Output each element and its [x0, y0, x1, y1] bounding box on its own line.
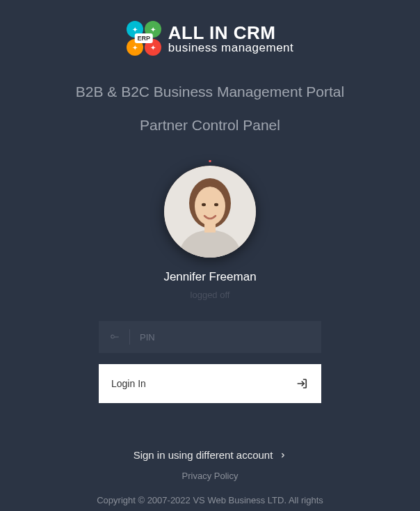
avatar [164, 166, 256, 258]
login-icon [296, 377, 309, 390]
panel-heading: Partner Control Panel [140, 117, 280, 134]
different-account-link[interactable]: Sign in using different account [134, 449, 287, 461]
user-name: Jennifer Freeman [163, 270, 256, 284]
different-account-label: Sign in using different account [134, 449, 273, 461]
copyright: Copyright © 2007-2022 VS Web Business LT… [85, 494, 335, 511]
svg-point-5 [214, 203, 218, 206]
svg-point-4 [202, 203, 206, 206]
logo: ✦ ✦ ✦ ✦ ERP ALL IN CRM business manageme… [127, 21, 294, 56]
avatar-wrap [164, 166, 256, 258]
pin-input[interactable] [140, 332, 310, 343]
login-form: Login In [99, 321, 321, 403]
key-icon [110, 332, 120, 342]
chevron-right-icon [280, 452, 286, 459]
svg-point-3 [195, 187, 225, 226]
divider [129, 329, 130, 345]
user-status: logged off [191, 290, 230, 300]
avatar-indicator-icon [209, 160, 211, 162]
svg-rect-6 [204, 223, 216, 233]
login-button-label: Login In [111, 378, 146, 389]
logo-title: ALL IN CRM [168, 24, 294, 42]
logo-subtitle: business management [168, 42, 294, 54]
logo-text: ALL IN CRM business management [168, 24, 294, 54]
privacy-policy-link[interactable]: Privacy Policy [182, 471, 239, 481]
login-container: ✦ ✦ ✦ ✦ ERP ALL IN CRM business manageme… [0, 0, 420, 511]
portal-heading: B2B & B2C Business Management Portal [76, 84, 344, 100]
pin-field-row [99, 321, 321, 353]
logo-badge: ✦ ✦ ✦ ✦ ERP [127, 21, 161, 56]
login-button[interactable]: Login In [99, 364, 321, 403]
logo-erp-badge: ERP [134, 33, 153, 43]
